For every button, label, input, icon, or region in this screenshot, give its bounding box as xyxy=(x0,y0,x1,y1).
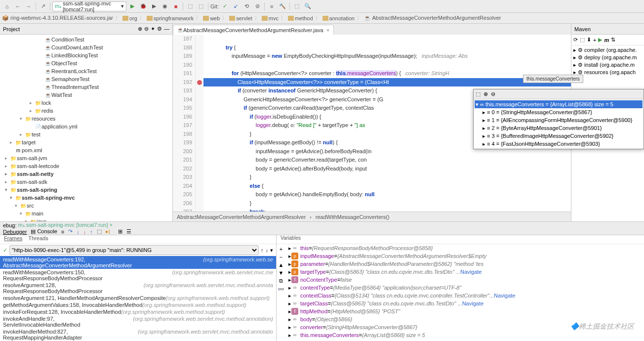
git-update-icon[interactable]: ↙ xyxy=(231,1,241,11)
tree-node[interactable]: ▾📁java xyxy=(0,217,172,221)
list-icon[interactable]: ☰ xyxy=(126,228,131,235)
select-icon[interactable]: ✦ xyxy=(151,26,155,32)
add-watch-icon[interactable]: + xyxy=(280,246,282,252)
refresh-icon[interactable]: ⟳ xyxy=(573,37,578,43)
tool3-icon[interactable]: ⬚ xyxy=(292,1,302,11)
tree-node[interactable]: ▸📁ssm-salt-jvm xyxy=(0,154,172,162)
thread-select[interactable]: "http-bio-9090-exec-1"@5,499 in group "m… xyxy=(9,245,259,255)
maven-item[interactable]: ▸ ⚙ compiler (org.apache. xyxy=(573,46,642,54)
eval-icon[interactable]: ⊞ xyxy=(118,228,122,235)
home-icon[interactable]: ⌂ xyxy=(2,1,12,11)
git-history-icon[interactable]: ⟲ xyxy=(242,1,251,11)
search-icon[interactable]: 🔍 xyxy=(303,1,313,11)
stack-frame[interactable]: resolveArgument:128, RequestResponseBody… xyxy=(0,282,276,295)
popup-item[interactable]: ▸ ≡ 1 = {AllEncompassingFormHttpMessageC… xyxy=(475,116,643,124)
project-tree[interactable]: ☕ConditionTest☕CountDownLatchTest☕Linked… xyxy=(0,35,172,221)
coverage-icon[interactable]: ▶ xyxy=(149,1,159,11)
stack-frame[interactable]: resolveArgument:121, HandlerMethodArgume… xyxy=(0,295,276,301)
popup-item[interactable]: ▸ ≡ 2 = {ByteArrayHttpMessageConverter@5… xyxy=(475,124,643,132)
stop-icon[interactable]: ■ xyxy=(171,1,181,11)
glasses-icon[interactable]: 👓 xyxy=(278,286,284,293)
stack-frame[interactable]: invokeForRequest:128, InvocableHandlerMe… xyxy=(0,308,276,315)
git-commit-icon[interactable]: ✓ xyxy=(220,1,230,11)
next-icon[interactable]: ↓ xyxy=(266,247,269,253)
tree-node[interactable]: ▾📁src xyxy=(0,202,172,210)
popup-tool-icon[interactable]: ⊖ xyxy=(491,91,495,97)
variable-row[interactable]: ▸ ∞contextClass = {Class@5134} "class cn… xyxy=(285,292,644,299)
stack-frame[interactable]: readWithMessageConverters:192, AbstractM… xyxy=(0,256,276,269)
tree-node[interactable]: ▸📁ssm-salt-netty xyxy=(0,170,172,178)
open-icon[interactable]: ↗ xyxy=(38,1,48,11)
tree-node[interactable]: ▸📁test xyxy=(0,130,172,138)
run-cursor-icon[interactable]: ▸| xyxy=(106,228,110,235)
variable-row[interactable]: ▸ pparameter = {HandlerMethod$HandlerMet… xyxy=(285,260,644,268)
breadcrumb-item[interactable]: ☕ AbstractMessageConverterMethodArgument… xyxy=(364,15,501,21)
variable-row[interactable]: ▸ ptargetType = {Class@5863} "class cn.e… xyxy=(285,268,644,276)
debug-run-tab[interactable]: m₁ ssm-salt-spring-mvc [tomcat7:run] × xyxy=(18,222,113,228)
breadcrumb-item[interactable]: servlet xyxy=(229,15,252,21)
settings-icon[interactable]: ⚙ xyxy=(157,26,162,32)
debug-icon[interactable]: 🐞 xyxy=(138,1,148,11)
variable-row[interactable]: ▸ ∞contentType = {MediaType@5864} "appli… xyxy=(285,284,644,292)
breadcrumb-item[interactable]: method xyxy=(288,15,313,21)
maven-item[interactable]: ▸ ⚙ deploy (org.apache.m xyxy=(573,54,642,61)
hide-icon[interactable]: — xyxy=(164,26,169,32)
filter-icon[interactable]: ▾ xyxy=(270,247,273,254)
step-over-icon[interactable]: ↷ xyxy=(68,228,73,235)
variable-row[interactable]: ▸ pinputMessage = {AbstractMessageConver… xyxy=(285,252,644,260)
editor-tab[interactable]: ☕ AbstractMessageConverterMethodArgument… xyxy=(173,25,334,35)
tree-node[interactable]: ☕CountDownLatchTest xyxy=(0,43,172,51)
tree-node[interactable]: ☕LinkedBlockingTest xyxy=(0,51,172,59)
tree-node[interactable]: 📄application.yml xyxy=(0,123,172,130)
back-icon[interactable]: ← xyxy=(13,1,23,11)
tree-node[interactable]: ▾📁ssm-salt-spring xyxy=(0,186,172,194)
tree-node[interactable]: ☕ConditionTest xyxy=(0,36,172,43)
breadcrumb-item[interactable]: org xyxy=(122,15,137,21)
variable-row[interactable]: ▸ ∞targetClass = {Class@5863} "class cn.… xyxy=(285,299,644,307)
debugger-tab[interactable]: Debugger xyxy=(3,229,27,235)
variable-row[interactable]: ▸ ∞this.messageConverters = {ArrayList@5… xyxy=(285,331,644,339)
stack-frame[interactable]: readWithMessageConverters:150, RequestRe… xyxy=(0,269,276,282)
popup-item[interactable]: ▸ ≡ 0 = {StringHttpMessageConverter@5867… xyxy=(475,108,643,116)
tool2-icon[interactable]: ⬚ xyxy=(196,1,206,11)
tree-node[interactable]: ☕ObjectTest xyxy=(0,59,172,67)
m-icon[interactable]: m xyxy=(604,37,609,43)
run-maven-icon[interactable]: ▶ xyxy=(598,37,602,43)
variable-row[interactable]: ▸ fnoContentType = false xyxy=(285,276,644,284)
prev-icon[interactable]: ↑ xyxy=(261,247,264,253)
hammer-icon[interactable]: 🔨 xyxy=(278,1,287,11)
popup-tool-icon[interactable]: ⊕ xyxy=(483,91,488,97)
forward-icon[interactable]: → xyxy=(24,1,34,11)
tab-icon[interactable]: ≡ xyxy=(61,229,64,235)
tree-node[interactable]: ☕ThreadInterruptTest xyxy=(0,83,172,91)
add-icon[interactable]: + xyxy=(593,37,596,43)
maven-item[interactable]: ▸ ⚙ resources (org.apach xyxy=(573,69,642,76)
variable-row[interactable]: ▸ ∞this = {RequestResponseBodyMethodProc… xyxy=(285,244,644,252)
breadcrumb-item[interactable]: web xyxy=(203,15,220,21)
step-into-icon[interactable]: ↓ xyxy=(77,229,80,235)
popup-root[interactable]: ▾ ∞ this.messageConverters = {ArrayList@… xyxy=(475,100,643,108)
generate-icon[interactable]: ⬚ xyxy=(580,37,585,43)
drop-frame-icon[interactable]: ⬚ xyxy=(97,228,102,235)
tree-node[interactable]: ▸📁lock xyxy=(0,99,172,107)
tree-node[interactable]: ☕ReentrantLockTest xyxy=(0,67,172,75)
step-out-icon[interactable]: ↑ xyxy=(90,229,93,235)
remove-watch-icon[interactable]: − xyxy=(280,254,282,260)
force-step-icon[interactable]: ↓ xyxy=(83,229,86,235)
down-icon[interactable]: ▼ xyxy=(279,270,284,276)
popup-item[interactable]: ▸ ≡ 4 = {FastJsonHttpMessageConverter@59… xyxy=(475,140,643,148)
console-tab[interactable]: ▤ Console xyxy=(31,228,57,235)
tree-node[interactable]: ☕WaitTest xyxy=(0,91,172,99)
expand-icon[interactable]: ⊖ xyxy=(144,26,149,32)
run-config-select[interactable]: m₁ ssm-salt-spring-mvc [tomcat7:run] ▾ xyxy=(52,1,126,11)
dup-icon[interactable]: ⧉ xyxy=(279,278,283,284)
tree-node[interactable]: mpom.xml xyxy=(0,146,172,154)
frames-tab[interactable]: Frames xyxy=(4,235,22,244)
structure-icon[interactable]: ≡ xyxy=(267,1,277,11)
profile-icon[interactable]: ◉ xyxy=(160,1,170,11)
tree-node[interactable]: ▸📁redis xyxy=(0,107,172,115)
up-icon[interactable]: ▲ xyxy=(279,262,284,268)
popup-tool-icon[interactable]: ⬚ xyxy=(476,91,481,97)
tree-node[interactable]: ▾📁main xyxy=(0,210,172,217)
run-icon[interactable]: ▶ xyxy=(127,1,137,11)
